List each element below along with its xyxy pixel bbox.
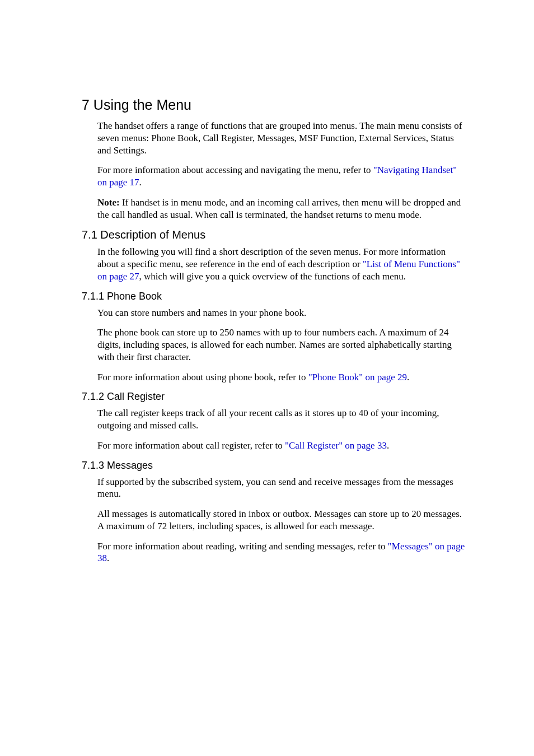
heading-phone-book: 7.1.1 Phone Book xyxy=(82,291,466,302)
paragraph-menus-intro: In the following you will find a short d… xyxy=(97,246,466,282)
link-phone-book[interactable]: "Phone Book" on page 29 xyxy=(308,372,407,382)
link-call-register[interactable]: "Call Register" on page 33 xyxy=(285,440,387,451)
text-fragment: If handset is in menu mode, and an incom… xyxy=(97,197,461,220)
paragraph-intro: The handset offers a range of functions … xyxy=(97,120,466,156)
heading-messages: 7.1.3 Messages xyxy=(82,460,466,472)
note-label: Note: xyxy=(97,197,120,208)
text-fragment: . xyxy=(387,440,389,451)
text-fragment: For more information about reading, writ… xyxy=(97,541,388,552)
paragraph-call-register-1: The call register keeps track of all you… xyxy=(97,407,466,432)
paragraph-note: Note: If handset is in menu mode, and an… xyxy=(97,197,466,221)
paragraph-phone-book-ref: For more information about using phone b… xyxy=(97,371,466,384)
paragraph-navigating-ref: For more information about accessing and… xyxy=(97,164,466,189)
text-fragment: , which will give you a quick overview o… xyxy=(139,271,406,282)
paragraph-phone-book-2: The phone book can store up to 250 names… xyxy=(97,326,466,363)
heading-description-of-menus: 7.1 Description of Menus xyxy=(82,228,466,241)
heading-using-the-menu: 7 Using the Menu xyxy=(82,97,466,113)
heading-call-register: 7.1.2 Call Register xyxy=(82,391,466,403)
document-page: 7 Using the Menu The handset offers a ra… xyxy=(0,0,534,564)
text-fragment: For more information about accessing and… xyxy=(97,165,373,175)
text-fragment: . xyxy=(407,372,409,382)
paragraph-messages-2: All messages is automatically stored in … xyxy=(97,508,466,533)
paragraph-messages-ref: For more information about reading, writ… xyxy=(97,540,466,565)
text-fragment: For more information about using phone b… xyxy=(97,372,308,382)
text-fragment: For more information about call register… xyxy=(97,440,285,451)
text-fragment: . xyxy=(139,177,142,188)
paragraph-phone-book-1: You can store numbers and names in your … xyxy=(97,307,466,319)
paragraph-messages-1: If supported by the subscribed system, y… xyxy=(97,476,466,501)
paragraph-call-register-ref: For more information about call register… xyxy=(97,440,466,452)
text-fragment: . xyxy=(107,553,109,563)
